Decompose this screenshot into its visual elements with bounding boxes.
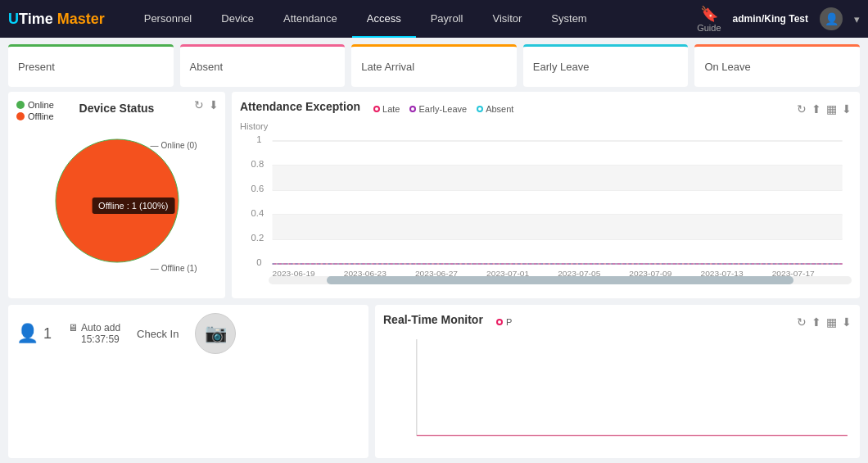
realtime-p-dot xyxy=(496,319,503,325)
logo: UTime Master xyxy=(8,11,105,28)
att-legend-earlyleave: Early-Leave xyxy=(409,104,467,114)
checkin-count: 1 xyxy=(43,325,52,343)
svg-rect-13 xyxy=(273,215,843,239)
att-download-icon[interactable]: ⬇ xyxy=(842,102,852,116)
stat-card-present: Present xyxy=(8,44,174,87)
realtime-legend: P xyxy=(496,317,512,327)
user-avatar[interactable]: 👤 xyxy=(820,7,843,30)
svg-text:0: 0 xyxy=(256,258,261,267)
svg-text:0.6: 0.6 xyxy=(251,184,264,193)
att-scrollbar-thumb[interactable] xyxy=(327,276,793,284)
checkin-photo: 📷 xyxy=(195,313,236,354)
realtime-chart-svg xyxy=(383,334,852,453)
logo-master: Master xyxy=(57,11,105,27)
nav-item-attendance[interactable]: Attendance xyxy=(269,0,352,38)
topnav: UTime Master Personnel Device Attendance… xyxy=(0,0,868,38)
auto-add-label: Auto add xyxy=(81,322,120,334)
camera-icon: 📷 xyxy=(205,323,227,344)
svg-text:0.8: 0.8 xyxy=(251,160,264,169)
att-panel-icons: ↻ ⬆ ▦ ⬇ xyxy=(797,102,852,116)
user-dropdown-icon[interactable]: ▾ xyxy=(854,13,860,25)
att-barchart-icon[interactable]: ▦ xyxy=(826,102,837,116)
svg-text:1: 1 xyxy=(256,135,261,144)
checkin-user: 👤 1 xyxy=(16,323,52,344)
att-earlyleave-label: Early-Leave xyxy=(418,104,467,114)
att-scrollbar-track[interactable] xyxy=(269,276,852,284)
attendance-panel: Attendance Exception Late Early-Leave Ab… xyxy=(232,92,860,298)
nav-item-visitor[interactable]: Visitor xyxy=(477,0,536,38)
att-absent-dot xyxy=(477,106,483,112)
pie-offline-label: — Offline (1) xyxy=(151,264,197,273)
auto-add-time: 15:37:59 xyxy=(81,334,120,345)
realtime-header: Real-Time Monitor P ↻ ⬆ ▦ ⬇ xyxy=(383,313,852,331)
nav-item-system[interactable]: System xyxy=(536,0,601,38)
realtime-title: Real-Time Monitor xyxy=(383,313,483,326)
realtime-p-label: P xyxy=(506,317,512,327)
bottom-row: 👤 1 🖥 Auto add 15:37:59 Check In 📷 Real-… xyxy=(0,305,868,463)
device-download-icon[interactable]: ⬇ xyxy=(209,98,219,111)
guide-label: Guide xyxy=(697,23,721,33)
checkin-panel: 👤 1 🖥 Auto add 15:37:59 Check In 📷 xyxy=(8,305,368,458)
legend-online-label: Online xyxy=(28,100,54,110)
logo-u: U xyxy=(8,11,19,27)
legend-online: Online xyxy=(16,100,54,110)
stat-label-late: Late Arrival xyxy=(361,61,414,73)
att-legend: Late Early-Leave Absent xyxy=(373,104,513,114)
realtime-download-icon[interactable]: ⬇ xyxy=(842,315,852,329)
checkin-user-icon: 👤 xyxy=(16,323,38,344)
att-late-dot xyxy=(373,106,380,112)
main-row: Online Offline Device Status ↻ ⬇ Offline… xyxy=(0,92,868,305)
stats-row: Present Absent Late Arrival Early Leave … xyxy=(0,38,868,92)
att-legend-absent: Absent xyxy=(477,104,513,114)
auto-add-icon: 🖥 xyxy=(68,322,78,334)
att-legend-late: Late xyxy=(373,104,400,114)
logo-time: Time xyxy=(19,11,57,27)
device-status-panel: Online Offline Device Status ↻ ⬇ Offline… xyxy=(8,92,225,298)
att-chart-area: 1 0.8 0.6 0.4 0.2 0 2023-06-19 xyxy=(240,133,852,284)
check-in-label: Check In xyxy=(137,328,179,340)
stat-label-on-leave: On Leave xyxy=(704,61,750,73)
svg-text:0.2: 0.2 xyxy=(251,234,264,243)
att-history-label: History xyxy=(240,121,852,131)
nav-item-payroll[interactable]: Payroll xyxy=(416,0,478,38)
user-name: admin/King Test xyxy=(733,13,808,25)
realtime-upload-icon[interactable]: ⬆ xyxy=(811,315,821,329)
device-refresh-icon[interactable]: ↻ xyxy=(194,98,204,111)
realtime-barchart-icon[interactable]: ▦ xyxy=(826,315,837,329)
nav-item-device[interactable]: Device xyxy=(206,0,269,38)
realtime-chart-area xyxy=(383,334,852,453)
pie-tooltip: Offline : 1 (100%) xyxy=(92,197,174,214)
device-status-title: Device Status xyxy=(79,102,155,115)
checkin-body xyxy=(16,361,360,450)
pie-online-label: — Online (0) xyxy=(151,141,197,150)
user-info: admin/King Test xyxy=(733,13,808,25)
att-absent-label: Absent xyxy=(486,104,513,114)
att-refresh-icon[interactable]: ↻ xyxy=(797,102,807,116)
checkin-header: 👤 1 🖥 Auto add 15:37:59 Check In 📷 xyxy=(16,313,360,354)
nav-items: Personnel Device Attendance Access Payro… xyxy=(129,0,697,38)
stat-label-present: Present xyxy=(18,61,55,73)
stat-card-absent: Absent xyxy=(180,44,346,87)
stat-card-late: Late Arrival xyxy=(351,44,517,87)
stat-card-early-leave: Early Leave xyxy=(523,44,689,87)
att-header: Attendance Exception Late Early-Leave Ab… xyxy=(240,100,852,118)
nav-item-personnel[interactable]: Personnel xyxy=(129,0,207,38)
svg-text:0.4: 0.4 xyxy=(251,209,264,218)
att-earlyleave-dot xyxy=(409,106,416,112)
realtime-panel-icons: ↻ ⬆ ▦ ⬇ xyxy=(797,315,852,329)
att-upload-icon[interactable]: ⬆ xyxy=(811,102,821,116)
online-dot xyxy=(16,101,25,109)
guide-button[interactable]: 🔖 Guide xyxy=(697,5,721,33)
realtime-panel: Real-Time Monitor P ↻ ⬆ ▦ ⬇ xyxy=(375,305,860,458)
pie-container: Offline : 1 (100%) — Online (0) — Offlin… xyxy=(16,115,217,287)
nav-item-access[interactable]: Access xyxy=(352,0,416,38)
att-late-label: Late xyxy=(382,104,400,114)
nav-right: 🔖 Guide admin/King Test 👤 ▾ xyxy=(697,5,860,33)
auto-add-area: 🖥 Auto add 15:37:59 xyxy=(68,322,120,345)
svg-rect-12 xyxy=(273,166,843,190)
realtime-title-row: Real-Time Monitor P xyxy=(383,313,512,331)
auto-add-row: 🖥 Auto add xyxy=(68,322,120,334)
realtime-refresh-icon[interactable]: ↻ xyxy=(797,315,807,329)
device-panel-icons: ↻ ⬇ xyxy=(194,98,219,111)
guide-icon: 🔖 xyxy=(700,5,718,23)
